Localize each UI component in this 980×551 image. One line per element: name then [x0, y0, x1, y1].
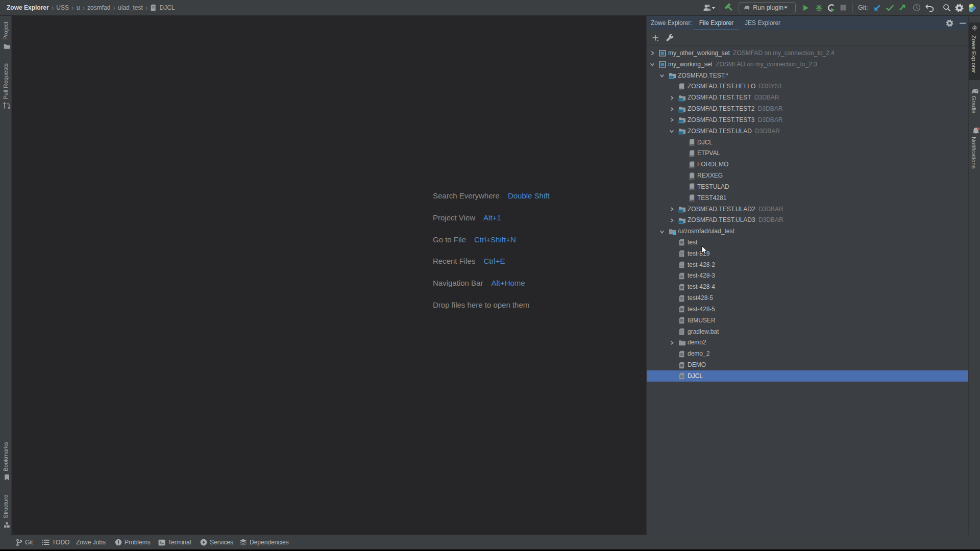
svg-text:DS: DS [679, 109, 683, 112]
svg-text:DS: DS [679, 88, 683, 90]
svg-text:DS: DS [679, 209, 683, 212]
svg-text:DS: DS [679, 98, 683, 101]
svg-text:MEM: MEM [689, 166, 695, 168]
svg-text:MEM: MEM [689, 177, 695, 179]
svg-text:MEM: MEM [689, 199, 695, 202]
svg-text:MEM: MEM [689, 155, 695, 157]
svg-text:DS: DS [679, 220, 683, 223]
svg-text:DS: DS [679, 120, 683, 123]
svg-text:MEM: MEM [689, 144, 695, 146]
svg-text:MEM: MEM [689, 188, 695, 190]
svg-text:DS: DS [679, 132, 683, 135]
svg-text:DS: DS [670, 76, 674, 79]
